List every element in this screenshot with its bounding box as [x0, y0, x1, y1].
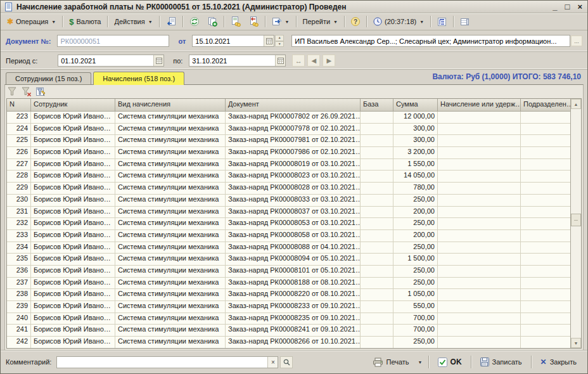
cell-employee: Борисов Юрий Ивано… [31, 289, 115, 301]
cell-dept [521, 124, 570, 136]
scrollbar-thumb[interactable] [571, 214, 581, 226]
refresh-button[interactable] [186, 15, 203, 29]
table-row[interactable]: 223 Борисов Юрий Ивано… Система стимуляц… [7, 112, 570, 124]
close-button[interactable]: ✕ Закрыть [535, 356, 582, 368]
reread-button[interactable] [162, 15, 180, 29]
calendar-icon[interactable] [275, 55, 285, 66]
print-menu-button[interactable]: ▼ [415, 358, 425, 366]
table-row[interactable]: 241 Борисов Юрий Ивано… Система стимуляц… [7, 325, 570, 337]
actions-button[interactable]: Действия▼ [110, 16, 156, 27]
scroll-down-icon[interactable]: ▼ [571, 338, 581, 348]
scroll-up-icon[interactable]: ▲ [571, 99, 581, 109]
filter-set-icon[interactable] [8, 87, 18, 96]
col-header-kind[interactable]: Вид начисления [115, 99, 226, 112]
table-row[interactable]: 229 Борисов Юрий Ивано… Система стимуляц… [7, 183, 570, 195]
print-button[interactable]: Печать [367, 356, 415, 369]
calendar-icon[interactable] [264, 35, 274, 46]
table-row[interactable]: 232 Борисов Юрий Ивано… Система стимуляц… [7, 218, 570, 230]
calendar-icon[interactable] [153, 55, 163, 66]
filter-clear-icon[interactable] [22, 87, 32, 96]
clock-icon [373, 17, 382, 26]
doc-date-input[interactable] [193, 35, 264, 46]
col-header-accrual[interactable]: Начисление или удерж… [438, 99, 521, 112]
table-row[interactable]: 242 Борисов Юрий Ивано… Система стимуляц… [7, 337, 570, 348]
table-row[interactable]: 234 Борисов Юрий Ивано… Система стимуляц… [7, 242, 570, 254]
next-period-button[interactable]: ▶ [323, 55, 335, 67]
cell-n: 226 [7, 147, 31, 159]
cell-dept [521, 135, 570, 147]
cell-sum: 250,00 [393, 195, 438, 207]
minimize-icon[interactable]: _ [553, 3, 557, 11]
col-header-dept[interactable]: Подразделен… [521, 99, 570, 112]
table-row[interactable]: 226 Борисов Юрий Ивано… Система стимуляц… [7, 147, 570, 159]
filter-settings-icon[interactable] [35, 87, 46, 96]
cell-employee: Борисов Юрий Ивано… [31, 337, 115, 348]
cell-dept [521, 301, 570, 313]
comment-input[interactable] [57, 357, 267, 368]
col-header-n[interactable]: N [7, 99, 31, 112]
table-row[interactable]: 231 Борисов Юрий Ивано… Система стимуляц… [7, 207, 570, 219]
ok-button[interactable]: OK [432, 356, 468, 369]
currency-button[interactable]: $ Валюта [65, 15, 105, 29]
separator [471, 356, 471, 368]
table-row[interactable]: 237 Борисов Юрий Ивано… Система стимуляц… [7, 278, 570, 290]
table-row[interactable]: 227 Борисов Юрий Ивано… Система стимуляц… [7, 159, 570, 171]
table-row[interactable]: 238 Борисов Юрий Ивано… Система стимуляц… [7, 289, 570, 301]
tab-accruals[interactable]: Начисления (518 поз.) [93, 72, 184, 85]
col-header-base[interactable]: База [361, 99, 393, 112]
period-from-input[interactable] [58, 55, 153, 66]
col-header-document[interactable]: Документ [226, 99, 361, 112]
table-row[interactable]: 235 Борисов Юрий Ивано… Система стимуляц… [7, 254, 570, 266]
doc-number-input[interactable] [58, 35, 169, 46]
time-button[interactable]: (20:37:18)▼ [369, 15, 428, 28]
vertical-scrollbar[interactable]: ▲ ▼ [570, 99, 581, 348]
unpost-button[interactable] [245, 15, 262, 29]
col-header-sum[interactable]: Сумма [393, 99, 438, 112]
create-based-on-button[interactable]: ▼ [268, 15, 293, 29]
table-row[interactable]: 230 Борисов Юрий Ивано… Система стимуляц… [7, 195, 570, 207]
prev-period-button[interactable]: ◀ [307, 55, 320, 67]
date-spinner[interactable]: ▲▼ [275, 35, 284, 47]
table-row[interactable]: 228 Борисов Юрий Ивано… Система стимуляц… [7, 171, 570, 183]
copy-button[interactable] [203, 15, 221, 29]
table-row[interactable]: 236 Борисов Юрий Ивано… Система стимуляц… [7, 266, 570, 278]
org-more-button[interactable]: ... [571, 35, 582, 46]
save-button[interactable]: Записать [475, 356, 528, 368]
table-row[interactable]: 224 Борисов Юрий Ивано… Система стимуляц… [7, 124, 570, 136]
cell-base [361, 254, 393, 266]
spin-up-icon[interactable]: ▲ [275, 35, 284, 41]
cell-accrual [438, 195, 521, 207]
cell-document: Заказ-наряд РК00008033 от 03.10.2021… [226, 195, 361, 207]
col-header-employee[interactable]: Сотрудник [31, 99, 115, 112]
cell-accrual [438, 147, 521, 159]
operation-button[interactable]: ✱ Операция▼ [3, 15, 60, 28]
close-icon[interactable]: × [577, 3, 582, 11]
cell-accrual [438, 218, 521, 230]
spin-down-icon[interactable]: ▼ [275, 41, 284, 48]
accruals-table: N Сотрудник Вид начисления Документ База… [6, 98, 582, 349]
period-range-button[interactable]: ↔ [292, 55, 305, 67]
table-row[interactable]: 233 Борисов Юрий Ивано… Система стимуляц… [7, 230, 570, 242]
cell-kind: Система стимуляции механика [115, 183, 226, 195]
cell-n: 227 [7, 159, 31, 171]
tab-employees[interactable]: Сотрудники (15 поз.) [6, 72, 91, 85]
cell-kind: Система стимуляции механика [115, 278, 226, 290]
maximize-icon[interactable]: □ [565, 3, 570, 11]
help-button[interactable]: ? [347, 15, 364, 28]
list-settings-button[interactable] [456, 15, 473, 29]
clear-comment-icon[interactable]: × [267, 357, 278, 368]
table-row[interactable]: 225 Борисов Юрий Ивано… Система стимуляц… [7, 135, 570, 147]
org-input[interactable] [292, 35, 570, 46]
cell-dept [521, 218, 570, 230]
cell-sum: 250,00 [393, 278, 438, 290]
comment-search-button[interactable] [280, 356, 293, 368]
period-to-input[interactable] [189, 55, 275, 66]
cell-dept [521, 159, 570, 171]
table-row[interactable]: 239 Борисов Юрий Ивано… Система стимуляц… [7, 301, 570, 313]
structure-button[interactable] [433, 15, 451, 29]
post-button[interactable] [227, 15, 245, 29]
table-row[interactable]: 240 Борисов Юрий Ивано… Система стимуляц… [7, 313, 570, 325]
cell-employee: Борисов Юрий Ивано… [31, 325, 115, 337]
goto-button[interactable]: Перейти▼ [299, 16, 342, 27]
cell-base [361, 207, 393, 219]
